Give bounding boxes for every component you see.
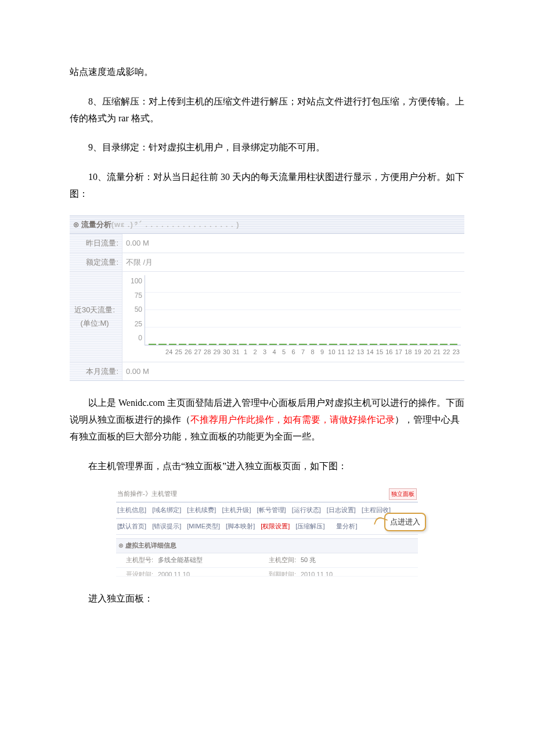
chart-xtick: 13 <box>356 347 365 358</box>
month-traffic-label: 本月流量: <box>70 362 122 380</box>
yesterday-traffic-value: 0.00 M <box>122 234 464 252</box>
near30-traffic-label: 近30天流量: (单位:M) <box>70 272 122 362</box>
chart-bar <box>430 344 437 345</box>
chart-bar <box>340 344 347 345</box>
chart-bar <box>309 344 317 345</box>
host-nav-item[interactable]: [域名绑定] <box>152 505 181 516</box>
chart-ytick: 0 <box>138 332 142 345</box>
chart-xtick: 12 <box>346 347 355 358</box>
chart-xtick: 20 <box>423 347 432 358</box>
host-open-time-value: 2000 11 10 <box>156 568 259 576</box>
chart-xtick: 2 <box>250 347 259 358</box>
paragraph-item-8: 8、压缩解压：对上传到主机的压缩文件进行解压；对站点文件进行打包压缩，方便传输。… <box>70 93 464 127</box>
chart-bar <box>169 344 176 345</box>
traffic-analysis-panel: ⊙ 流量分析(wε .)༡ˊ . . . . . . . . . . . . .… <box>70 215 464 381</box>
chart-bar <box>399 344 407 345</box>
paragraph-after-traffic-warning: 不推荐用户作此操作，如有需要，请做好操作记录 <box>190 415 395 424</box>
chart-bar <box>380 344 387 345</box>
chart-bar <box>279 344 287 345</box>
chart-bar <box>249 344 257 345</box>
host-nav-item[interactable]: [主机信息] <box>117 505 146 516</box>
paragraph-item-10: 10、流量分析：对从当日起往前 30 天内的每天流量用柱状图进行显示，方便用户分… <box>70 169 464 203</box>
chart-bar <box>420 344 427 345</box>
chart-bar <box>370 344 377 345</box>
chart-xtick: 4 <box>269 347 279 358</box>
paragraph-enter-panel: 进入独立面板： <box>70 591 464 607</box>
host-nav-item[interactable]: [压缩解压] <box>295 521 324 532</box>
host-model-value: 多线全能基础型 <box>156 553 259 567</box>
host-space-value: 50 兆 <box>298 553 402 567</box>
callout-click-enter: 点进进入 <box>384 513 426 531</box>
chart-bar <box>349 344 357 345</box>
chart-bar <box>189 344 196 345</box>
chart-xtick: 9 <box>317 347 327 358</box>
host-space-label: 主机空间: <box>259 553 298 567</box>
chart-xtick: 7 <box>298 347 308 358</box>
month-traffic-value: 0.00 M <box>122 362 464 380</box>
host-expire-time-label: 到期时间: <box>259 568 298 576</box>
chart-bar <box>259 344 266 345</box>
chart-xtick: 31 <box>231 347 240 358</box>
chart-xtick: 17 <box>394 347 403 358</box>
chart-bar <box>199 344 206 345</box>
traffic-panel-header: ⊙ 流量分析(wε .)༡ˊ . . . . . . . . . . . . .… <box>70 215 464 233</box>
chart-xtick: 18 <box>403 347 413 358</box>
host-nav-item[interactable]: [脚本映射] <box>226 521 255 532</box>
host-nav-item[interactable]: [日志设置] <box>327 505 356 516</box>
chart-bar <box>149 344 156 345</box>
host-nav-item[interactable]: [错误提示] <box>152 521 181 532</box>
host-detail-row: 开设时间: 2000 11 10 到期时间: 2010 11 10 <box>116 568 418 577</box>
chart-xtick: 14 <box>365 347 374 358</box>
host-expire-time-value: 2010 11 10 <box>298 568 402 576</box>
chart-xtick: 3 <box>260 347 269 358</box>
chart-xtick: 11 <box>337 347 346 358</box>
chart-bar <box>179 344 186 345</box>
chart-ytick: 25 <box>135 318 142 331</box>
host-nav-item[interactable]: [主机续费] <box>187 505 216 516</box>
chart-bar <box>229 344 236 345</box>
host-nav-item[interactable]: [默认首页] <box>117 521 146 532</box>
chart-xtick: 27 <box>193 347 202 358</box>
chart-bar <box>219 344 226 345</box>
host-nav-item[interactable]: 量分析] <box>336 521 357 532</box>
traffic-panel-title: 流量分析 <box>81 220 111 229</box>
host-open-time-label: 开设时间: <box>116 568 156 576</box>
chart-bar <box>410 344 417 345</box>
chart-xtick: 8 <box>308 347 317 358</box>
chart-xtick: 15 <box>375 347 384 358</box>
chart-xtick: 23 <box>452 347 461 358</box>
host-nav-row-1: [主机信息][域名绑定][主机续费][主机升级][帐号管理][运行状态][日志设… <box>116 502 418 519</box>
host-nav-item[interactable]: [主机升级] <box>222 505 251 516</box>
paragraph-item-9: 9、目录绑定：针对虚拟主机用户，目录绑定功能不可用。 <box>70 139 464 156</box>
host-nav-item[interactable]: [MIME类型] <box>187 521 220 532</box>
independent-panel-link[interactable]: 独立面板 <box>389 488 417 500</box>
chart-bar <box>158 344 166 345</box>
chart-bar <box>329 344 337 345</box>
host-nav-item-permissions[interactable]: [权限设置] <box>261 521 290 532</box>
chart-xtick: 10 <box>327 347 336 358</box>
host-nav-item[interactable]: [帐号管理] <box>257 505 286 516</box>
chart-xtick: 29 <box>212 347 221 358</box>
chart-xtick: 21 <box>432 347 442 358</box>
host-nav-item[interactable]: [运行状态] <box>292 505 321 516</box>
chart-ytick: 50 <box>135 304 142 316</box>
host-model-label: 主机型号: <box>116 553 156 567</box>
traffic-panel-title-tail: (wε .)༡ˊ . . . . . . . . . . . . . . . .… <box>111 220 240 229</box>
quota-traffic-label: 额定流量: <box>70 253 122 271</box>
near30-traffic-chart-cell: 1007550250 24252627282930311234567891011… <box>122 272 464 362</box>
quota-traffic-value: 不限 /月 <box>122 253 464 271</box>
chart-xtick: 6 <box>288 347 298 358</box>
chart-ytick: 100 <box>131 275 142 288</box>
host-detail-section-title: ⊙ 虚拟主机详细信息 <box>116 538 418 553</box>
traffic-bar-chart: 1007550250 24252627282930311234567891011… <box>122 272 464 362</box>
chart-bar <box>450 344 457 345</box>
chart-ytick: 75 <box>135 290 142 303</box>
chart-bar <box>440 344 448 345</box>
chart-xtick: 5 <box>279 347 288 358</box>
chart-bar <box>389 344 397 345</box>
chart-xtick: 16 <box>384 347 394 358</box>
chart-xtick: 30 <box>222 347 231 358</box>
chart-bar <box>319 344 327 345</box>
paragraph-intro-tail: 站点速度造成影响。 <box>70 64 464 81</box>
chart-bar <box>289 344 297 345</box>
